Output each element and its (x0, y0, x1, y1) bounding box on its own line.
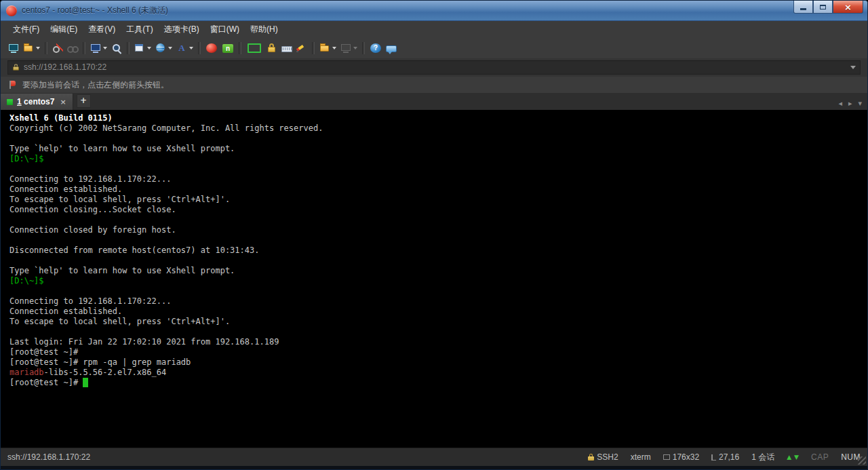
terminal-line (9, 235, 862, 246)
tab-scroll-left-icon[interactable]: ◂ (838, 100, 842, 107)
chevron-down-icon[interactable] (36, 47, 40, 50)
highlight-button[interactable] (294, 40, 309, 56)
terminal-line: Connecting to 192.168.1.170:22... (9, 174, 862, 184)
reconnect-button[interactable] (65, 40, 80, 56)
transfer-disabled-button[interactable] (338, 40, 359, 56)
tab-centos7[interactable]: 1 centos7 × (1, 94, 73, 110)
info-bar-text: 要添加当前会话，点击左侧的箭头按钮。 (22, 79, 169, 91)
terminal-line: Connecting to 192.168.1.170:22... (9, 296, 862, 307)
download-arrow-icon: ▼ (794, 454, 799, 461)
help-icon: ? (370, 43, 381, 53)
terminal-line: [D:\~]$ (9, 276, 862, 286)
search-icon (111, 43, 122, 54)
terminal-line (9, 327, 862, 337)
address-dropdown-icon[interactable] (850, 66, 856, 69)
terminal-cursor (83, 378, 87, 387)
menu-view[interactable]: 查看(V) (83, 22, 121, 37)
menu-tabs[interactable]: 选项卡(B) (159, 22, 205, 37)
chevron-down-icon[interactable] (332, 47, 336, 50)
new-tab-button[interactable]: + (77, 94, 91, 108)
close-icon: × (844, 3, 852, 12)
status-url: ssh://192.168.1.170:22 (7, 452, 576, 462)
toolbar-separator (312, 42, 315, 54)
lock-screen-button[interactable] (264, 40, 279, 56)
menu-file[interactable]: 文件(F) (7, 22, 45, 37)
terminal-line: Connection established. (9, 184, 862, 195)
compose-button[interactable] (132, 40, 153, 56)
menu-edit[interactable]: 编辑(E) (45, 22, 83, 37)
toolbar-separator (198, 42, 201, 54)
reconnect-icon (67, 43, 78, 54)
resize-grip[interactable] (858, 456, 866, 465)
toolbar: A n ? (1, 38, 867, 58)
chevron-down-icon[interactable] (147, 47, 151, 50)
terminal-line: Xshell 6 (Build 0115) (9, 113, 862, 123)
cursor-position-icon (711, 454, 716, 461)
xagent-button[interactable]: n (220, 40, 236, 56)
chevron-down-icon[interactable] (189, 47, 193, 50)
find-button[interactable] (109, 40, 124, 56)
menu-window[interactable]: 窗口(W) (205, 22, 245, 37)
address-url[interactable]: ssh://192.168.1.170:22 (24, 62, 846, 72)
info-bar: 要添加当前会话，点击左侧的箭头按钮。 (1, 76, 867, 93)
chevron-down-icon[interactable] (103, 47, 107, 50)
menu-tools[interactable]: 工具(T) (121, 22, 158, 37)
upload-arrow-icon: ▲ (787, 454, 791, 461)
minimize-button[interactable] (793, 1, 813, 14)
add-session-flag-icon[interactable] (9, 80, 17, 90)
status-cursor-position: 27,16 (711, 452, 739, 462)
toolbar-separator (239, 42, 241, 54)
tab-label: 1 centos7 (17, 97, 54, 106)
tab-scroll-right-icon[interactable]: ▸ (848, 100, 852, 107)
font-button[interactable]: A (174, 40, 195, 56)
disconnect-button[interactable] (50, 40, 65, 56)
fullscreen-button[interactable] (244, 40, 264, 56)
ssh-lock-icon (588, 454, 594, 461)
disconnect-icon (52, 43, 63, 54)
window-controls: × (793, 1, 863, 14)
help-button[interactable]: ? (368, 40, 384, 56)
toolbar-separator (83, 42, 85, 54)
terminal-line: Disconnected from remote host(centos7) a… (9, 246, 862, 256)
terminal-line (9, 164, 862, 174)
title-bar[interactable]: centos7 - root@test:~ - Xshell 6 (未激活) × (1, 1, 867, 21)
xshell-home-button[interactable] (203, 40, 220, 56)
terminal-line: To escape to local shell, press 'Ctrl+Al… (9, 195, 862, 205)
new-session-button[interactable] (6, 40, 21, 56)
transfer-folder-icon (319, 43, 330, 54)
file-transfer-button[interactable] (317, 40, 338, 56)
address-bar[interactable]: ssh://192.168.1.170:22 (7, 60, 861, 75)
font-icon: A (176, 43, 187, 54)
address-lock-icon (13, 64, 19, 71)
window-title: centos7 - root@test:~ - Xshell 6 (未激活) (22, 5, 168, 16)
tab-menu-icon[interactable]: ▾ (858, 100, 862, 107)
xshell-sphere-icon (206, 43, 217, 53)
session-status-icon (7, 99, 13, 105)
address-bar-row: ssh://192.168.1.170:22 (1, 58, 867, 76)
terminal-line (9, 256, 862, 266)
terminal-size-label: 176x32 (673, 452, 699, 462)
virtual-keyboard-button[interactable] (279, 40, 294, 56)
xagent-icon: n (222, 44, 233, 53)
terminal-size-icon (663, 454, 670, 460)
open-session-button[interactable] (21, 40, 42, 56)
tab-scroll-controls: ◂ ▸ ▾ (838, 100, 867, 110)
tab-close-icon[interactable]: × (60, 98, 66, 106)
terminal-line: Connection established. (9, 307, 862, 317)
toolbar-separator (362, 42, 365, 54)
chevron-down-icon[interactable] (353, 47, 357, 50)
terminal-screen[interactable]: Xshell 6 (Build 0115)Copyright (c) 2002 … (1, 110, 867, 448)
feedback-button[interactable] (384, 40, 399, 56)
close-button[interactable]: × (833, 1, 863, 14)
terminal-line (9, 286, 862, 296)
menu-help[interactable]: 帮助(H) (245, 22, 283, 37)
tab-bar: 1 centos7 × + ◂ ▸ ▾ (1, 93, 867, 110)
chevron-down-icon[interactable] (168, 47, 172, 50)
status-session-count: 1 会话 (751, 452, 774, 463)
new-terminal-button[interactable] (88, 40, 109, 56)
status-encryption: SSH2 (588, 452, 618, 462)
tab-name: centos7 (24, 97, 54, 106)
maximize-button[interactable] (813, 1, 833, 14)
transfer-monitor-icon (340, 43, 351, 54)
web-button[interactable] (153, 40, 174, 56)
